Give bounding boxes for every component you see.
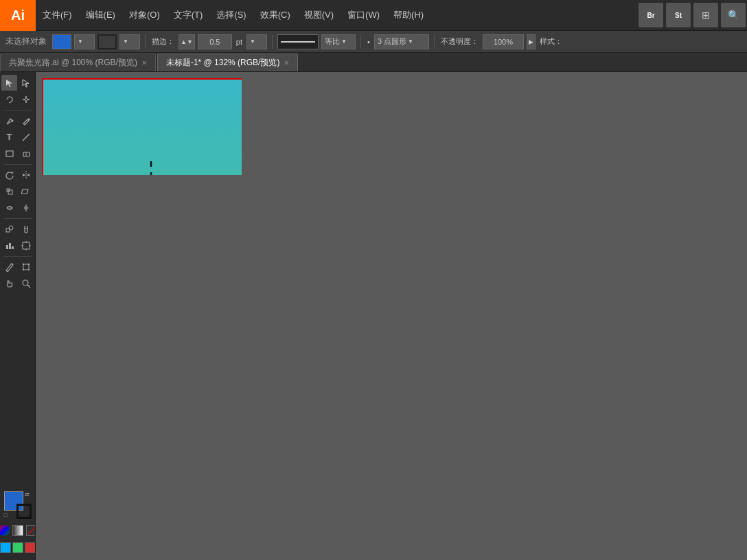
stroke-unit-dropdown[interactable]: ▼ bbox=[246, 34, 267, 49]
canvas-area[interactable] bbox=[36, 72, 747, 560]
menu-help[interactable]: 帮助(H) bbox=[387, 0, 430, 31]
rect-tool[interactable] bbox=[1, 145, 17, 161]
stroke-swatch[interactable] bbox=[97, 34, 117, 49]
svg-rect-11 bbox=[8, 190, 12, 194]
ai-logo-button[interactable]: Ai bbox=[0, 0, 36, 31]
hand-tool[interactable] bbox=[1, 275, 17, 291]
workspace-button[interactable]: ⊞ bbox=[693, 3, 718, 27]
pencil-tool[interactable] bbox=[18, 113, 34, 128]
fill-swatch[interactable] bbox=[52, 34, 71, 49]
type-tool[interactable]: T bbox=[1, 129, 17, 145]
tab-1-close[interactable]: ✕ bbox=[141, 59, 147, 67]
selection-tool[interactable] bbox=[1, 75, 17, 91]
stock-button[interactable]: St bbox=[666, 3, 691, 27]
tab-2[interactable]: 未标题-1* @ 132% (RGB/预览) ✕ bbox=[157, 54, 299, 71]
svg-rect-22 bbox=[23, 242, 30, 249]
artboard-tool[interactable] bbox=[18, 237, 34, 253]
shear-tool[interactable] bbox=[18, 183, 34, 199]
svg-rect-13 bbox=[21, 189, 28, 194]
menu-window[interactable]: 窗口(W) bbox=[341, 0, 387, 31]
eraser-tool[interactable] bbox=[18, 145, 34, 161]
menu-object[interactable]: 对象(O) bbox=[122, 0, 167, 31]
svg-rect-21 bbox=[12, 246, 14, 249]
line-tool[interactable] bbox=[18, 129, 34, 145]
stroke-unit: pt bbox=[235, 38, 244, 46]
slice-tool[interactable] bbox=[1, 259, 17, 275]
stroke-color-swatch[interactable] bbox=[16, 504, 32, 519]
main-area: T bbox=[0, 72, 747, 560]
pen-tool[interactable] bbox=[1, 113, 17, 128]
shape-builder-tool[interactable] bbox=[1, 221, 17, 237]
default-colors-icon[interactable]: □ bbox=[4, 512, 11, 519]
dot-prefix: • bbox=[366, 38, 371, 46]
style-label: 样式： bbox=[538, 36, 564, 47]
tab-bar: 共聚焦光路.ai @ 100% (RGB/预览) ✕ 未标题-1* @ 132%… bbox=[0, 53, 747, 72]
dot-style-dropdown[interactable]: 3 点圆形▼ bbox=[374, 34, 429, 49]
width-tool[interactable] bbox=[18, 200, 34, 215]
canvas-background bbox=[36, 72, 242, 175]
color-mode-icon[interactable] bbox=[0, 525, 10, 536]
gradient-mode-icon[interactable] bbox=[12, 525, 23, 536]
fill-dropdown[interactable]: ▼ bbox=[74, 34, 95, 49]
magic-wand-tool[interactable] bbox=[18, 91, 34, 107]
opacity-expand[interactable]: ▶ bbox=[529, 38, 533, 45]
toolbar: 未选择对象 ▼ ▼ 描边： ▲ ▼ 0.5 pt ▼ 等比▼ • 3 点圆形▼ … bbox=[0, 31, 747, 53]
tab-2-close[interactable]: ✕ bbox=[284, 59, 289, 67]
stroke-label: 描边： bbox=[150, 36, 176, 47]
scale-tool[interactable] bbox=[1, 183, 17, 199]
color-area: ⇄ □ bbox=[0, 487, 36, 557]
reflect-tool[interactable] bbox=[18, 167, 34, 183]
svg-rect-29 bbox=[28, 264, 30, 265]
svg-rect-19 bbox=[6, 245, 8, 249]
svg-line-6 bbox=[23, 134, 30, 141]
stroke-style-dropdown[interactable]: 等比▼ bbox=[321, 34, 356, 49]
rotate-tool[interactable] bbox=[1, 167, 17, 183]
toolbox: T bbox=[0, 72, 36, 560]
swap-colors-icon[interactable]: ⇄ bbox=[25, 491, 32, 498]
direct-selection-tool[interactable] bbox=[18, 75, 34, 91]
color-swatch-green[interactable] bbox=[12, 542, 23, 553]
svg-rect-7 bbox=[6, 151, 13, 156]
svg-point-32 bbox=[23, 280, 28, 285]
live-paint-tool[interactable] bbox=[18, 221, 34, 237]
stroke-down-arrow[interactable]: ▼ bbox=[187, 38, 193, 45]
svg-rect-31 bbox=[28, 269, 30, 270]
menu-bar: Ai 文件(F) 编辑(E) 对象(O) 文字(T) 选择(S) 效果(C) 视… bbox=[0, 0, 747, 31]
svg-rect-28 bbox=[23, 264, 24, 265]
tab-1[interactable]: 共聚焦光路.ai @ 100% (RGB/预览) ✕ bbox=[0, 54, 156, 71]
menu-view[interactable]: 视图(V) bbox=[297, 0, 341, 31]
svg-point-4 bbox=[25, 98, 27, 101]
menu-type[interactable]: 文字(T) bbox=[167, 0, 210, 31]
svg-rect-36 bbox=[43, 80, 242, 175]
color-swatch-cyan[interactable] bbox=[0, 542, 11, 553]
stroke-value[interactable]: 0.5 bbox=[198, 34, 232, 49]
lasso-tool[interactable] bbox=[1, 91, 17, 107]
opacity-label: 不透明度： bbox=[439, 36, 480, 47]
no-selection-label: 未选择对象 bbox=[3, 36, 49, 47]
menu-effect[interactable]: 效果(C) bbox=[253, 0, 297, 31]
free-transform-tool[interactable] bbox=[18, 259, 34, 275]
svg-point-5 bbox=[11, 119, 13, 121]
opacity-value[interactable]: 100% bbox=[483, 34, 524, 49]
column-graph-tool[interactable] bbox=[1, 237, 17, 253]
svg-rect-30 bbox=[23, 269, 24, 270]
zoom-tool[interactable] bbox=[18, 275, 34, 291]
bridge-button[interactable]: Br bbox=[639, 3, 663, 27]
menu-select[interactable]: 选择(S) bbox=[209, 0, 253, 31]
stroke-dropdown[interactable]: ▼ bbox=[119, 34, 140, 49]
menu-file[interactable]: 文件(F) bbox=[36, 0, 79, 31]
search-button[interactable]: 🔍 bbox=[721, 3, 746, 27]
warp-tool[interactable] bbox=[1, 200, 17, 215]
stroke-up-arrow[interactable]: ▲ bbox=[181, 38, 187, 45]
menu-edit[interactable]: 编辑(E) bbox=[79, 0, 122, 31]
color-swatch-red[interactable] bbox=[25, 542, 36, 553]
none-mode-icon[interactable] bbox=[26, 525, 36, 536]
stroke-line-preview bbox=[277, 34, 319, 49]
svg-rect-20 bbox=[9, 243, 11, 249]
svg-rect-27 bbox=[23, 264, 29, 270]
svg-line-33 bbox=[27, 285, 30, 288]
svg-point-17 bbox=[9, 226, 13, 230]
